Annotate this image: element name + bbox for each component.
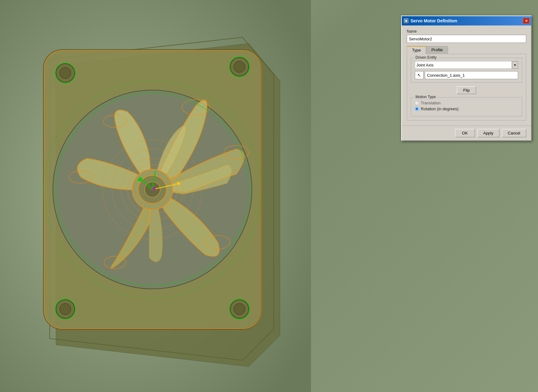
svg-point-4 — [60, 67, 71, 79]
rotation-radio[interactable] — [415, 107, 419, 111]
close-button[interactable]: ✕ — [523, 18, 529, 24]
name-input[interactable] — [407, 35, 526, 43]
axis-row: ↖ — [415, 71, 518, 79]
cursor-button[interactable]: ↖ — [415, 71, 424, 79]
dialog-title-bar: 🔲 Servo Motor Definition ✕ — [402, 16, 531, 25]
translation-radio[interactable] — [415, 101, 419, 105]
title-bar-left: 🔲 Servo Motor Definition — [404, 18, 457, 23]
name-label: Name — [407, 29, 526, 34]
driven-entity-select[interactable]: Joint Axis Point Slot — [415, 61, 512, 69]
svg-point-31 — [152, 187, 155, 190]
flip-button[interactable]: Flip — [457, 86, 476, 94]
tab-bar: Type Profile — [407, 46, 526, 54]
axis-input[interactable] — [425, 71, 518, 79]
dialog-content: Name Type Profile Driven Entity Joint Ax… — [402, 25, 531, 125]
rotation-label: Rotation (in degrees) — [421, 107, 458, 111]
cancel-button[interactable]: Cancel — [502, 129, 526, 137]
ok-button[interactable]: OK — [455, 129, 475, 137]
translation-row: Translation — [415, 101, 518, 105]
svg-point-6 — [234, 61, 245, 72]
dropdown-arrow[interactable]: ▼ — [512, 61, 518, 69]
dialog-title: Servo Motor Definition — [410, 18, 457, 23]
svg-point-10 — [234, 303, 245, 315]
motion-type-label: Motion Type — [414, 95, 437, 99]
tab-profile[interactable]: Profile — [426, 46, 448, 54]
tab-type[interactable]: Type — [407, 46, 426, 54]
motion-type-group: Motion Type Translation Rotation (in deg… — [411, 97, 522, 116]
apply-button[interactable]: Apply — [477, 129, 499, 137]
driven-entity-row: Joint Axis Point Slot ▼ — [415, 61, 518, 69]
svg-point-8 — [60, 303, 71, 315]
flip-row: Flip — [411, 86, 522, 94]
translation-label: Translation — [421, 101, 441, 105]
tab-content: Driven Entity Joint Axis Point Slot ▼ ↖ — [407, 54, 526, 121]
driven-entity-group: Driven Entity Joint Axis Point Slot ▼ ↖ — [411, 58, 522, 83]
dialog-icon: 🔲 — [404, 18, 409, 23]
rotation-row: Rotation (in degrees) — [415, 107, 518, 111]
driven-entity-label: Driven Entity — [414, 55, 438, 60]
dialog-footer: OK Apply Cancel — [402, 125, 531, 140]
servo-motor-dialog: 🔲 Servo Motor Definition ✕ Name Type Pro… — [401, 16, 532, 141]
